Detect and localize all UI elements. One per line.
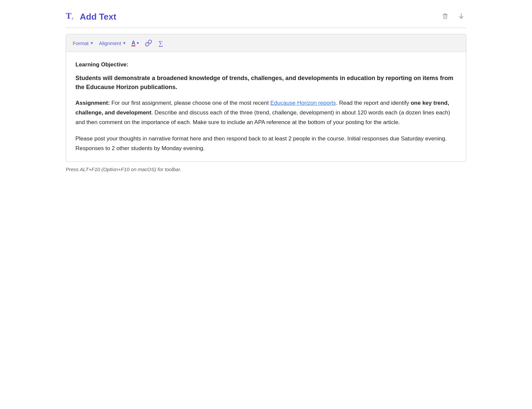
link-button[interactable] bbox=[143, 38, 154, 48]
text-format-svg: T r bbox=[66, 11, 76, 21]
assignment-label: Assignment: bbox=[75, 100, 110, 106]
learning-objective-text: Students will demonstrate a broadened kn… bbox=[75, 74, 457, 92]
editor-container: Format ▼ Alignment ▼ A ▼ ∑ bbox=[66, 34, 466, 162]
header-left: T r Add Text bbox=[66, 11, 116, 23]
header-actions bbox=[440, 11, 466, 23]
learning-objective-label: Learning Objective: bbox=[75, 60, 457, 69]
formula-button[interactable]: ∑ bbox=[156, 38, 168, 48]
assignment-text-after-link: . Read the report and identify bbox=[336, 100, 411, 106]
header: T r Add Text bbox=[66, 7, 466, 28]
page-wrapper: T r Add Text bbox=[66, 7, 466, 172]
alignment-label: Alignment bbox=[99, 40, 121, 46]
svg-text:∑: ∑ bbox=[159, 40, 163, 47]
link-icon bbox=[145, 39, 152, 47]
format-label: Format bbox=[73, 40, 89, 46]
svg-rect-2 bbox=[444, 13, 446, 14]
format-dropdown-button[interactable]: Format ▼ bbox=[71, 39, 95, 47]
alignment-chevron-icon: ▼ bbox=[122, 41, 126, 45]
editor-content[interactable]: Learning Objective: Students will demons… bbox=[66, 52, 466, 161]
format-chevron-icon: ▼ bbox=[90, 41, 94, 45]
svg-rect-3 bbox=[443, 14, 448, 14]
sigma-icon: ∑ bbox=[158, 39, 166, 47]
page-title: Add Text bbox=[80, 12, 116, 22]
font-color-button[interactable]: A ▼ bbox=[129, 39, 142, 47]
font-color-letter: A bbox=[131, 40, 136, 46]
svg-text:T: T bbox=[66, 11, 71, 21]
svg-text:r: r bbox=[72, 16, 74, 21]
trash-icon bbox=[442, 12, 449, 20]
keyboard-hint: Press ALT+F10 (Option+F10 on macOS) for … bbox=[66, 166, 466, 172]
assignment-paragraph: Assignment: For our first assignment, pl… bbox=[75, 98, 457, 127]
last-paragraph: Please post your thoughts in narrative f… bbox=[75, 134, 457, 153]
add-text-icon: T r bbox=[66, 11, 76, 23]
educause-link[interactable]: Educause Horizon reports bbox=[270, 100, 336, 106]
delete-button[interactable] bbox=[440, 11, 450, 23]
assignment-text-before-link: For our first assignment, please choose … bbox=[110, 100, 270, 106]
alignment-dropdown-button[interactable]: Alignment ▼ bbox=[97, 39, 128, 47]
font-color-chevron-icon: ▼ bbox=[136, 41, 140, 45]
move-down-button[interactable] bbox=[456, 11, 466, 23]
arrow-down-icon bbox=[458, 12, 465, 20]
toolbar: Format ▼ Alignment ▼ A ▼ ∑ bbox=[66, 34, 466, 52]
